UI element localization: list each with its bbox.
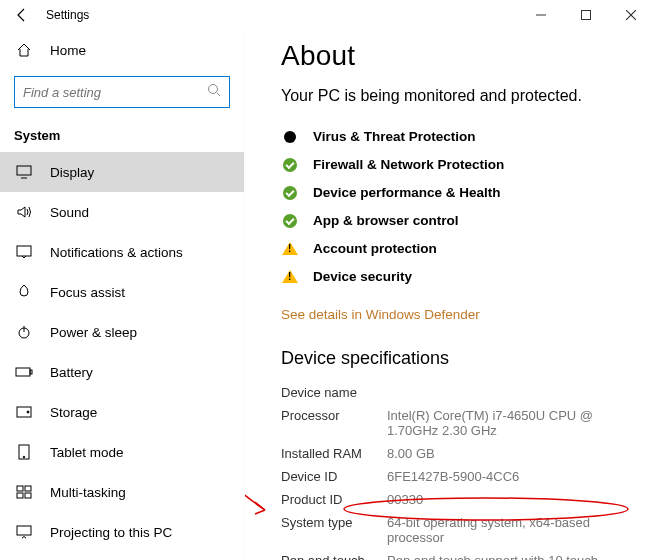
sidebar-item-label: Notifications & actions	[50, 245, 183, 260]
svg-rect-20	[25, 493, 31, 498]
status-warn-icon	[281, 268, 299, 286]
status-row: Virus & Threat Protection	[281, 123, 617, 151]
svg-point-16	[23, 456, 25, 458]
sidebar-home[interactable]: Home	[0, 30, 244, 70]
sidebar-item-label: Power & sleep	[50, 325, 137, 340]
status-label: Device performance & Health	[313, 185, 501, 200]
spec-value: 6FE1427B-5900-4CC6	[387, 469, 617, 484]
spec-row-processor: ProcessorIntel(R) Core(TM) i7-4650U CPU …	[281, 408, 617, 438]
storage-icon	[14, 402, 34, 422]
status-row: Device performance & Health	[281, 179, 617, 207]
sidebar-item-battery[interactable]: Battery	[0, 352, 244, 392]
content: About Your PC is being monitored and pro…	[245, 30, 653, 560]
tablet-icon	[14, 442, 34, 462]
spec-key: System type	[281, 515, 387, 530]
status-warn-icon	[281, 240, 299, 258]
status-label: App & browser control	[313, 213, 459, 228]
status-label: Account protection	[313, 241, 437, 256]
sidebar-item-projecting[interactable]: Projecting to this PC	[0, 512, 244, 552]
home-icon	[14, 40, 34, 60]
svg-rect-12	[30, 370, 32, 374]
display-icon	[14, 162, 34, 182]
sidebar-item-display[interactable]: Display	[0, 152, 244, 192]
sound-icon	[14, 202, 34, 222]
page-title: About	[281, 40, 617, 72]
search-input[interactable]	[14, 76, 230, 108]
svg-rect-18	[25, 486, 31, 491]
sidebar-item-shared-experiences[interactable]: Shared experiences	[0, 552, 244, 560]
battery-icon	[14, 362, 34, 382]
titlebar: Settings	[0, 0, 653, 30]
svg-rect-17	[17, 486, 23, 491]
svg-point-14	[27, 411, 29, 413]
security-status-list: Virus & Threat Protection Firewall & Net…	[281, 123, 617, 291]
svg-rect-21	[17, 526, 31, 535]
maximize-button[interactable]	[563, 0, 608, 30]
sidebar-item-notifications[interactable]: Notifications & actions	[0, 232, 244, 272]
spec-key: Installed RAM	[281, 446, 387, 461]
status-dot-icon	[281, 128, 299, 146]
spec-row-device-id: Device ID6FE1427B-5900-4CC6	[281, 469, 617, 484]
close-button[interactable]	[608, 0, 653, 30]
spec-value: Intel(R) Core(TM) i7-4650U CPU @ 1.70GHz…	[387, 408, 617, 438]
spec-row-system-type: System type64-bit operating system, x64-…	[281, 515, 617, 545]
spec-key: Device ID	[281, 469, 387, 484]
spec-value: 00330	[387, 492, 617, 507]
sidebar-item-label: Sound	[50, 205, 89, 220]
projecting-icon	[14, 522, 34, 542]
search-field[interactable]	[23, 85, 207, 100]
sidebar-item-label: Battery	[50, 365, 93, 380]
status-check-icon	[281, 184, 299, 202]
multitasking-icon	[14, 482, 34, 502]
power-icon	[14, 322, 34, 342]
sidebar-item-label: Tablet mode	[50, 445, 124, 460]
window-title: Settings	[46, 8, 89, 22]
sidebar-item-tablet-mode[interactable]: Tablet mode	[0, 432, 244, 472]
status-label: Firewall & Network Protection	[313, 157, 504, 172]
notifications-icon	[14, 242, 34, 262]
sidebar-item-storage[interactable]: Storage	[0, 392, 244, 432]
spec-row-device-name: Device name	[281, 385, 617, 400]
sidebar-item-focus-assist[interactable]: Focus assist	[0, 272, 244, 312]
spec-key: Device name	[281, 385, 387, 400]
sidebar-heading: System	[0, 118, 244, 152]
sidebar-item-label: Projecting to this PC	[50, 525, 172, 540]
status-label: Virus & Threat Protection	[313, 129, 476, 144]
annotation-arrow	[245, 342, 285, 522]
svg-rect-8	[17, 246, 31, 256]
defender-link[interactable]: See details in Windows Defender	[281, 307, 480, 322]
sidebar-item-label: Storage	[50, 405, 97, 420]
svg-rect-11	[16, 368, 30, 376]
focus-assist-icon	[14, 282, 34, 302]
svg-point-4	[209, 85, 218, 94]
spec-key: Processor	[281, 408, 387, 423]
status-check-icon	[281, 156, 299, 174]
sidebar: Home System Display Sound Notifications …	[0, 30, 245, 560]
status-row: Firewall & Network Protection	[281, 151, 617, 179]
minimize-button[interactable]	[518, 0, 563, 30]
spec-value: 64-bit operating system, x64-based proce…	[387, 515, 617, 545]
status-row: Device security	[281, 263, 617, 291]
spec-row-product-id: Product ID00330	[281, 492, 617, 507]
svg-rect-6	[17, 166, 31, 175]
spec-row-pen-touch: Pen and touchPen and touch support with …	[281, 553, 617, 560]
sidebar-item-sound[interactable]: Sound	[0, 192, 244, 232]
spec-key: Product ID	[281, 492, 387, 507]
svg-rect-19	[17, 493, 23, 498]
svg-line-5	[217, 93, 220, 96]
back-button[interactable]	[0, 0, 44, 30]
sidebar-home-label: Home	[50, 43, 86, 58]
spec-key: Pen and touch	[281, 553, 387, 560]
sidebar-item-multitasking[interactable]: Multi-tasking	[0, 472, 244, 512]
status-check-icon	[281, 212, 299, 230]
sidebar-item-power-sleep[interactable]: Power & sleep	[0, 312, 244, 352]
status-row: Account protection	[281, 235, 617, 263]
spec-value: 8.00 GB	[387, 446, 617, 461]
specs-table: Device name ProcessorIntel(R) Core(TM) i…	[281, 385, 617, 560]
specs-title: Device specifications	[281, 348, 617, 369]
spec-row-ram: Installed RAM8.00 GB	[281, 446, 617, 461]
page-subtitle: Your PC is being monitored and protected…	[281, 86, 617, 107]
status-row: App & browser control	[281, 207, 617, 235]
sidebar-item-label: Display	[50, 165, 94, 180]
sidebar-item-label: Focus assist	[50, 285, 125, 300]
